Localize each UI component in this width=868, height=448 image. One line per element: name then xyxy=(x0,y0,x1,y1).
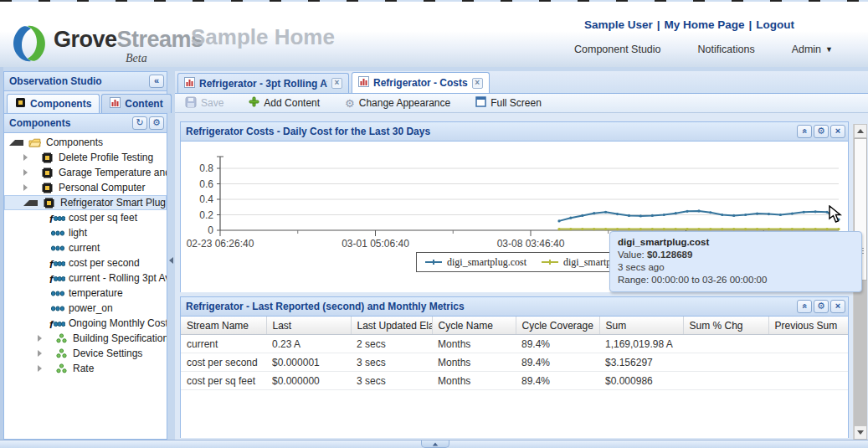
tree-item-label: Delete Profile Testing xyxy=(59,152,153,163)
tree-item-label: cost per second xyxy=(69,257,140,269)
table-row-cost-per-sq-feet[interactable]: cost per sq feet$0.0000003 secsMonths89.… xyxy=(181,372,848,390)
legend-line-marker xyxy=(542,261,558,263)
collapse-sidebar-button[interactable]: « xyxy=(149,75,164,88)
panel-settings-button[interactable]: ⚙ xyxy=(814,300,829,313)
tree-item-ongoing-monthly-cost[interactable]: fOngoing Monthly Cost (... xyxy=(4,316,167,331)
tree-item-label: temperature xyxy=(69,287,123,299)
table-panel-body: Stream NameLastLast Updated ElapsCycle N… xyxy=(181,317,848,438)
chevron-down-icon: ▼ xyxy=(825,45,833,54)
tree-item-power-on[interactable]: power_on xyxy=(4,301,167,316)
logout-link[interactable]: Logout xyxy=(756,18,794,31)
column-header-cycle-coverage[interactable]: Cycle Coverage xyxy=(516,317,599,335)
close-panel-button[interactable]: × xyxy=(830,300,845,313)
tree-item-garage-temperature-and-li[interactable]: Garage Temperature and Li... xyxy=(4,165,167,180)
save-label: Save xyxy=(201,97,223,109)
table-cell: $0.000001 xyxy=(266,353,351,372)
link-separator: | xyxy=(653,18,665,31)
column-header-last[interactable]: Last xyxy=(266,317,351,335)
chart-icon xyxy=(358,76,369,90)
tab-content[interactable]: Content xyxy=(101,94,171,113)
expand-south-panel-handle[interactable] xyxy=(421,440,449,448)
tab-refrigerator-costs[interactable]: Refrigerator - Costs × xyxy=(352,72,490,93)
collapse-panel-button[interactable]: « xyxy=(797,125,812,138)
collapse-arrow-icon[interactable] xyxy=(23,200,38,206)
expand-arrow-icon[interactable] xyxy=(23,169,36,176)
close-tab-icon[interactable]: × xyxy=(331,78,342,89)
tab-components[interactable]: Components xyxy=(7,94,100,113)
arrow-down-icon xyxy=(857,430,864,435)
tree-item-rate[interactable]: Rate xyxy=(4,361,167,376)
user-links: Sample User|My Home Page|Logout xyxy=(584,18,794,31)
sidebar-splitter[interactable] xyxy=(167,71,175,440)
tree-item-device-settings[interactable]: Device Settings xyxy=(4,346,167,361)
tree-item-cost-per-sq-feet[interactable]: fcost per sq feet xyxy=(4,210,167,225)
bottom-splitter[interactable] xyxy=(0,440,868,448)
save-button[interactable]: Save xyxy=(185,96,223,111)
column-header-previous-sum[interactable]: Previous Sum xyxy=(768,317,848,335)
chart-tooltip: digi_smartplug.cost Value: $0.128689 3 s… xyxy=(609,231,862,292)
tree-item-temperature[interactable]: temperature xyxy=(4,286,167,301)
svg-text:0.8: 0.8 xyxy=(199,162,213,174)
observation-studio-sidebar: Observation Studio « Components Content … xyxy=(3,71,167,440)
svg-text:0.2: 0.2 xyxy=(199,209,213,221)
component-icon xyxy=(39,152,55,163)
app-header: GroveStreams Beta Sample Home Sample Use… xyxy=(0,2,868,68)
table-cell: Months xyxy=(432,353,516,372)
collapse-left-icon[interactable] xyxy=(169,257,173,264)
tree-item-current-rolling-3pt-avg[interactable]: fcurrent - Rolling 3pt Avg xyxy=(4,270,167,286)
expand-arrow-icon[interactable] xyxy=(38,350,50,357)
full-screen-button[interactable]: Full Screen xyxy=(475,96,542,110)
collapse-panel-button[interactable]: « xyxy=(797,300,812,313)
column-header-stream-name[interactable]: Stream Name xyxy=(181,317,266,335)
table-cell: 3 secs xyxy=(351,372,432,390)
tree-item-cost-per-second[interactable]: fcost per second xyxy=(4,255,167,270)
expand-arrow-icon[interactable] xyxy=(38,365,50,372)
tree-item-personal-computer[interactable]: Personal Computer xyxy=(4,180,167,195)
scrollbar-track[interactable] xyxy=(854,281,867,425)
expand-arrow-icon[interactable] xyxy=(23,154,36,161)
change-appearance-label: Change Appearance xyxy=(359,97,450,109)
scroll-down-button[interactable] xyxy=(854,425,867,440)
tree-settings-button[interactable]: ⚙ xyxy=(149,116,164,130)
scroll-up-button[interactable] xyxy=(854,124,867,138)
expand-arrow-icon[interactable] xyxy=(23,184,36,191)
nav-component-studio[interactable]: Component Studio xyxy=(574,44,661,55)
sidebar-title: Observation Studio xyxy=(9,75,147,87)
refresh-button[interactable]: ↻ xyxy=(132,116,147,130)
tree-item-light[interactable]: light xyxy=(4,225,167,240)
nav-notifications[interactable]: Notifications xyxy=(698,44,755,55)
tab-label: Content xyxy=(125,98,162,110)
table-row-current[interactable]: current0.23 A2 secsMonths89.4%1,169,019.… xyxy=(181,335,848,353)
table-cell: cost per sq feet xyxy=(181,372,266,390)
my-home-page-link[interactable]: My Home Page xyxy=(664,18,744,31)
column-header-last-updated-elaps[interactable]: Last Updated Elaps xyxy=(351,317,432,335)
table-cell: 0.23 A xyxy=(266,335,351,353)
table-row-cost-per-second[interactable]: cost per second$0.0000013 secsMonths89.4… xyxy=(181,353,848,372)
collapse-arrow-icon[interactable] xyxy=(9,140,23,146)
table-cell: 89.4% xyxy=(516,335,599,353)
add-content-button[interactable]: Add Content xyxy=(249,96,320,110)
tree-item-current[interactable]: current xyxy=(4,240,167,255)
tree-item-building-specifications[interactable]: Building Specifications xyxy=(4,331,167,346)
expand-arrow-icon[interactable] xyxy=(38,335,50,342)
panel-settings-button[interactable]: ⚙ xyxy=(814,125,829,138)
close-tab-icon[interactable]: × xyxy=(472,78,483,89)
tab-label: Refrigerator - 3pt Rolling Avg xyxy=(199,78,327,90)
tree-item-label: Device Settings xyxy=(73,348,142,359)
user-name-link[interactable]: Sample User xyxy=(584,18,653,31)
change-appearance-button[interactable]: ⚙ Change Appearance xyxy=(345,97,450,110)
table-cell xyxy=(683,372,768,390)
tree-item-delete-profile-testing[interactable]: Delete Profile Testing xyxy=(4,150,167,165)
nav-admin-menu[interactable]: Admin▼ xyxy=(792,44,833,55)
column-header-sum-chg[interactable]: Sum % Chg xyxy=(683,317,768,335)
tree-item-components[interactable]: Components xyxy=(4,135,167,150)
close-panel-button[interactable]: × xyxy=(830,125,845,138)
chart-icon xyxy=(184,77,195,90)
components-panel-title: Components xyxy=(9,117,131,129)
fstream-icon: f xyxy=(49,258,65,269)
table-cell: $0.000986 xyxy=(599,372,683,390)
column-header-cycle-name[interactable]: Cycle Name xyxy=(432,317,516,335)
tab-refrigerator-3pt-rolling-avg[interactable]: Refrigerator - 3pt Rolling Avg × xyxy=(177,73,349,93)
tree-item-refrigerator-smart-plug-se[interactable]: Refrigerator Smart Plug Se... xyxy=(4,195,167,210)
column-header-sum[interactable]: Sum xyxy=(599,317,683,335)
